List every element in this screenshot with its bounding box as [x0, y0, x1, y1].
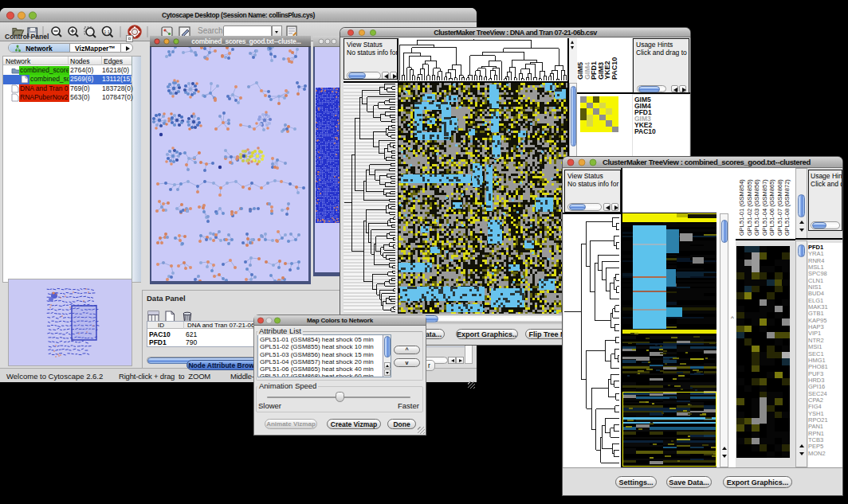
svg-text:GPL51-04 (GSM857): GPL51-04 (GSM857) [761, 179, 768, 236]
svg-text:GPL51-03 (GSM856): GPL51-03 (GSM856) [753, 179, 760, 236]
svg-text:1:1: 1:1 [104, 29, 110, 34]
svg-text:GPL51-02 (GSM855): GPL51-02 (GSM855) [746, 179, 753, 236]
svg-text:GPL51-08 (GSM872): GPL51-08 (GSM872) [783, 179, 791, 236]
svg-text:GPL51-01 (GSM854): GPL51-01 (GSM854) [738, 179, 745, 236]
svg-text:GPL51-07 (GSM868): GPL51-07 (GSM868) [776, 179, 783, 236]
svg-text:GPL51-06 (GSM865): GPL51-06 (GSM865) [768, 179, 775, 236]
svg-text:PAC10: PAC10 [610, 57, 618, 80]
